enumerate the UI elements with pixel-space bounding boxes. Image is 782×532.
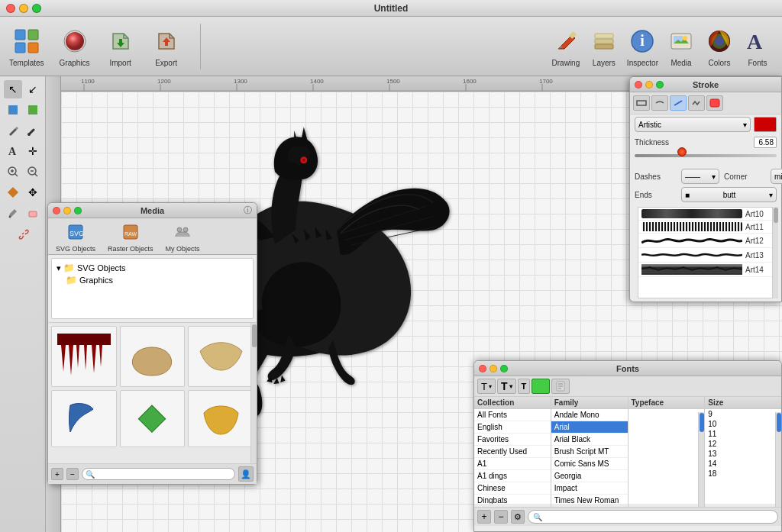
preview-scrollbar[interactable] (250, 323, 257, 463)
stroke-list-scrollbar[interactable] (772, 207, 778, 298)
font-tool-T[interactable]: T ▾ (477, 379, 496, 394)
stroke-style-select[interactable]: Artistic ▾ (635, 117, 751, 132)
media-panel-close[interactable] (53, 207, 60, 214)
media-panel-maximize[interactable] (74, 207, 82, 214)
typeface-scrollbar[interactable] (698, 412, 704, 507)
preview-item-3[interactable] (188, 326, 254, 387)
size-item-18[interactable]: 18 (705, 469, 781, 479)
tool-move[interactable]: ✥ (24, 183, 42, 202)
tool-eraser[interactable] (24, 204, 42, 222)
family-item-times[interactable]: Times New Roman (551, 495, 628, 504)
stroke-tool-3[interactable] (670, 95, 687, 111)
collection-item-english[interactable]: English (474, 421, 551, 434)
collection-item-chinese[interactable]: Chinese (474, 482, 551, 495)
stroke-list[interactable]: Art10 Art11 Art12 Art13 (638, 207, 774, 298)
stroke-dashes-select[interactable]: —— ▾ (681, 169, 719, 184)
tool-text[interactable]: A (4, 142, 22, 160)
font-tool-T-large[interactable]: T ▾ (497, 379, 516, 394)
tool-green-square[interactable] (24, 101, 42, 119)
fonts-search-box[interactable]: 🔍 (528, 510, 778, 524)
preview-scrollbar-thumb[interactable] (252, 324, 257, 347)
family-item-brush[interactable]: Brush Script MT (551, 446, 628, 458)
stroke-color-swatch[interactable] (754, 117, 777, 132)
tool-brush[interactable] (24, 121, 42, 140)
typeface-scrollbar-thumb[interactable] (700, 413, 704, 432)
stroke-list-item-art11[interactable]: Art11 (638, 221, 773, 234)
stroke-list-item-art10[interactable]: Art10 (638, 208, 773, 221)
minimize-button[interactable] (19, 4, 28, 13)
font-color-button[interactable] (532, 379, 550, 394)
stroke-tool-4[interactable] (688, 95, 705, 111)
stroke-list-item-art13[interactable]: Art13 (638, 248, 773, 263)
preview-item-5[interactable] (120, 390, 186, 447)
toolbar-item-layers[interactable]: Layers (589, 26, 619, 67)
stroke-list-item-art14[interactable]: Art14 (638, 263, 773, 277)
stroke-panel-maximize[interactable] (656, 81, 664, 89)
stroke-thickness-value[interactable]: 6.58 (754, 137, 777, 148)
toolbar-item-colors[interactable]: Colors (704, 26, 735, 67)
fonts-panel-close[interactable] (479, 365, 486, 372)
stroke-panel-minimize[interactable] (645, 81, 653, 89)
stroke-panel-close[interactable] (635, 81, 642, 89)
collection-item-recent[interactable]: Recently Used (474, 446, 551, 458)
collection-item-all[interactable]: All Fonts (474, 409, 551, 421)
fonts-panel-minimize[interactable] (490, 365, 497, 372)
size-item-12[interactable]: 12 (705, 439, 781, 449)
tool-link[interactable] (14, 224, 32, 243)
collection-item-a1dings[interactable]: A1 dings (474, 470, 551, 482)
toolbar-item-export[interactable]: Export (151, 26, 182, 67)
preview-item-2[interactable] (120, 326, 186, 387)
toolbar-item-import[interactable]: Import (105, 26, 136, 67)
stroke-ends-select[interactable]: ■ butt ▾ (681, 187, 777, 202)
media-search-box[interactable]: 🔍 (82, 468, 235, 480)
tool-cross[interactable]: ✛ (24, 142, 42, 160)
media-delete-button[interactable]: − (66, 468, 79, 480)
family-item-arial-black[interactable]: Arial Black (551, 434, 628, 446)
tree-item-svg-objects[interactable]: ▾ 📁 SVG Objects (55, 262, 250, 274)
tool-arrow[interactable]: ↖ (4, 80, 22, 98)
tool-orange-diamond[interactable] (4, 183, 22, 202)
tool-cursor[interactable]: ↙ (24, 80, 42, 98)
font-page-button[interactable] (551, 379, 570, 394)
tool-blue-square[interactable] (4, 101, 22, 119)
media-add-button[interactable]: + (51, 468, 63, 480)
stroke-tool-2[interactable] (651, 95, 668, 111)
media-tab-svg[interactable]: SVG SVG Objects (51, 221, 100, 254)
media-panel-info[interactable]: ⓘ (244, 205, 252, 216)
media-panel-minimize[interactable] (63, 207, 71, 214)
fonts-panel-maximize[interactable] (500, 365, 508, 372)
tool-zoom-out[interactable] (24, 163, 42, 181)
collection-item-dingbats[interactable]: Dingbats (474, 495, 551, 504)
media-tab-raster[interactable]: RAW Raster Objects (103, 221, 158, 254)
preview-item-6[interactable] (188, 390, 254, 447)
size-item-14[interactable]: 14 (705, 459, 781, 469)
preview-item-4[interactable] (51, 390, 117, 447)
size-item-9[interactable]: 9 (705, 409, 781, 419)
family-item-comic[interactable]: Comic Sans MS (551, 458, 628, 470)
fonts-add-button[interactable]: + (477, 510, 491, 524)
size-scrollbar-thumb[interactable] (777, 413, 781, 432)
size-item-11[interactable]: 11 (705, 429, 781, 439)
preview-item-1[interactable] (51, 326, 117, 387)
toolbar-item-graphics[interactable]: Graphics (60, 26, 90, 67)
stroke-scrollbar-thumb[interactable] (774, 208, 778, 223)
size-item-10[interactable]: 10 (705, 419, 781, 429)
toolbar-item-media[interactable]: Media (666, 26, 696, 67)
stroke-list-item-art12[interactable]: Art12 (638, 234, 773, 248)
tool-eyedropper[interactable] (4, 204, 22, 222)
tool-pencil[interactable] (4, 121, 22, 140)
media-user-button[interactable]: 👤 (238, 466, 254, 482)
fonts-remove-button[interactable]: − (494, 510, 508, 524)
size-scrollbar[interactable] (775, 412, 781, 507)
toolbar-item-fonts[interactable]: A Fonts (742, 26, 773, 67)
family-item-impact[interactable]: Impact (551, 482, 628, 495)
stroke-slider-thumb[interactable] (677, 147, 687, 156)
collection-item-a1[interactable]: A1 (474, 458, 551, 470)
family-item-arial[interactable]: Arial (551, 421, 628, 434)
stroke-slider-container[interactable] (635, 150, 777, 164)
family-item-georgia[interactable]: Georgia (551, 470, 628, 482)
media-tab-my[interactable]: My Objects (161, 221, 205, 254)
tree-item-graphics[interactable]: 📁 Graphics (55, 274, 250, 286)
font-tool-T-small[interactable]: T (518, 379, 531, 394)
fonts-gear-button[interactable]: ⚙ (511, 510, 525, 524)
